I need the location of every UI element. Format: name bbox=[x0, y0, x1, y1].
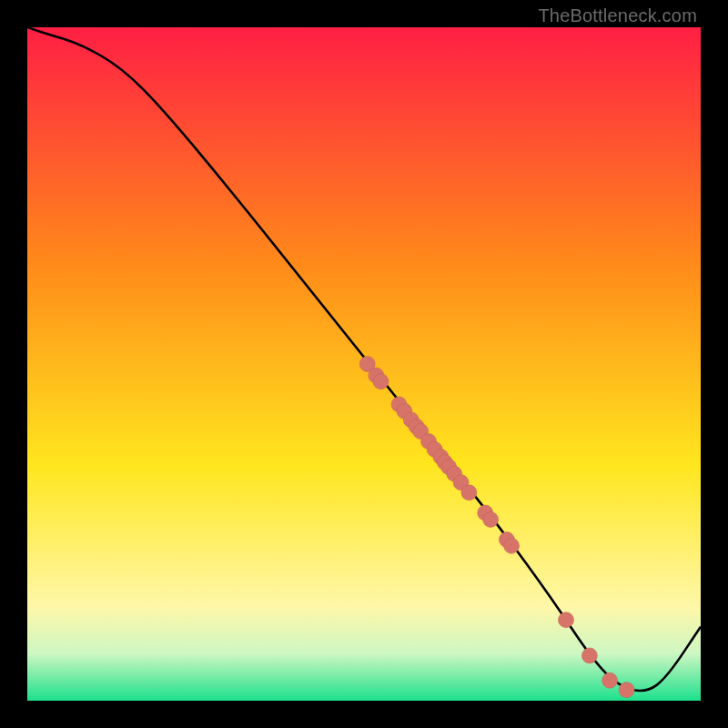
chart-plot-area bbox=[27, 27, 701, 701]
data-marker bbox=[373, 374, 389, 389]
data-marker bbox=[581, 648, 597, 663]
data-marker bbox=[504, 538, 520, 553]
data-markers bbox=[359, 357, 634, 698]
data-marker bbox=[559, 612, 574, 628]
chart-curve-layer bbox=[27, 27, 701, 701]
data-marker bbox=[602, 672, 618, 688]
viewport: TheBottleneck.com bbox=[0, 0, 728, 728]
branding-label: TheBottleneck.com bbox=[538, 5, 697, 26]
data-marker bbox=[619, 682, 634, 698]
data-marker bbox=[461, 485, 477, 500]
data-marker bbox=[483, 511, 499, 527]
